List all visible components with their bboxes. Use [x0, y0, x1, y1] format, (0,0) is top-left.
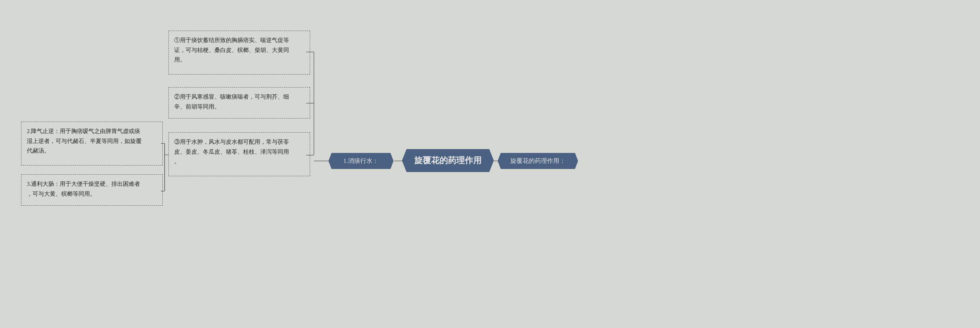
center-node: 旋覆花的药理作用	[402, 149, 494, 172]
right-label-node: 旋覆花的药理作用：	[498, 153, 578, 169]
content-box-3: ③用于水肿，风水与皮水都可配用，常与茯苓 皮、姜皮、冬瓜皮、猪苓、桂枝、泽泻等同…	[168, 132, 310, 176]
content-box-2: ②用于风寒感冒、咳嗽痰喘者，可与荆芥、细 辛、前胡等同用。	[168, 87, 310, 119]
content-box-5: 3.通利大肠：用于大便干燥坚硬、排出困难者 ，可与大黄、槟榔等同用。	[21, 174, 163, 206]
content-box-4: 2.降气止逆：用于胸痞嗳气之由脾胃气虚或痰 湿上逆者，可与代赭石、半夏等同用，如…	[21, 122, 163, 166]
content-box-1: ①用于痰饮蓄结所致的胸膈痞实、喘逆气促等 证，可与桔梗、桑白皮、槟榔、柴胡、大黄…	[168, 31, 310, 75]
mind-map: 旋覆花的药理作用 1.消痰行水： 旋覆花的药理作用： ①用于痰饮蓄结所致的胸膈痞…	[0, 0, 980, 328]
left-label-node: 1.消痰行水：	[328, 153, 394, 169]
